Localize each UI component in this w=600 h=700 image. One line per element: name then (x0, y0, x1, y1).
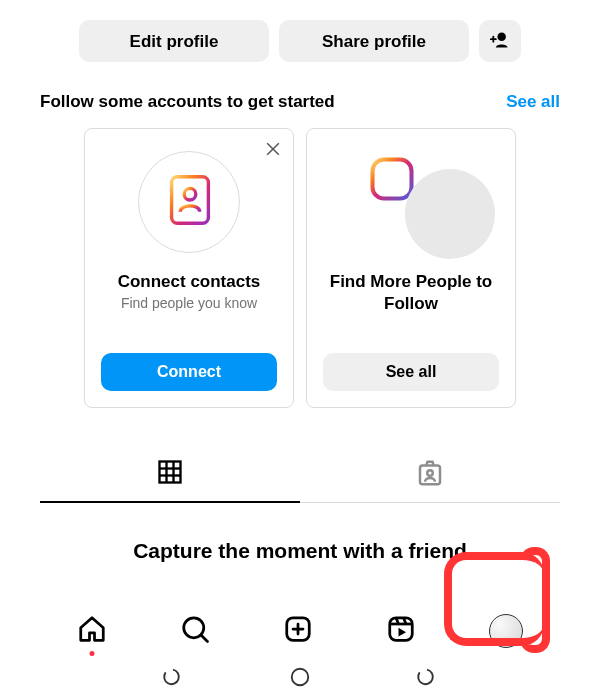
svg-point-18 (427, 470, 433, 476)
plus-square-icon (283, 614, 313, 648)
avatar-placeholder-icon (405, 169, 495, 259)
discover-section-title: Follow some accounts to get started (40, 92, 335, 112)
add-user-icon (490, 30, 510, 53)
search-icon (180, 614, 210, 648)
close-icon (263, 145, 283, 162)
instagram-icon-circle (360, 151, 462, 253)
share-profile-button[interactable]: Share profile (279, 20, 469, 62)
svg-rect-24 (390, 618, 413, 641)
contacts-icon-circle (138, 151, 240, 253)
svg-rect-12 (160, 462, 181, 483)
discover-people-button[interactable] (479, 20, 521, 62)
connect-contacts-card: Connect contacts Find people you know Co… (84, 128, 294, 408)
card-title: Find More People to Follow (323, 271, 499, 315)
close-card-button[interactable] (263, 139, 283, 163)
tagged-tab[interactable] (300, 448, 560, 502)
svg-point-28 (292, 669, 309, 686)
connect-button[interactable]: Connect (101, 353, 277, 391)
svg-rect-11 (373, 160, 412, 199)
reels-nav[interactable] (386, 614, 416, 648)
svg-line-20 (201, 635, 207, 641)
system-nav (0, 662, 600, 696)
card-subtitle: Find people you know (121, 295, 257, 311)
home-nav[interactable] (77, 614, 107, 648)
see-all-button[interactable]: See all (323, 353, 499, 391)
home-icon (77, 614, 107, 648)
system-recent-button[interactable] (162, 666, 184, 692)
system-back-button[interactable] (416, 666, 438, 692)
search-nav[interactable] (180, 614, 210, 648)
create-nav[interactable] (283, 614, 313, 648)
tagged-icon (415, 458, 445, 492)
find-people-card: Find More People to Follow See all (306, 128, 516, 408)
reels-icon (386, 614, 416, 648)
notification-dot-icon (89, 651, 94, 656)
capture-prompt-text: Capture the moment with a friend (40, 539, 560, 563)
card-title: Connect contacts (118, 271, 261, 293)
grid-tab[interactable] (40, 448, 300, 503)
grid-icon (156, 458, 184, 491)
see-all-link[interactable]: See all (506, 92, 560, 112)
profile-avatar-icon (489, 614, 523, 648)
edit-profile-button[interactable]: Edit profile (79, 20, 269, 62)
svg-point-6 (184, 188, 196, 200)
bottom-nav (0, 604, 600, 658)
back-icon (416, 674, 438, 691)
profile-nav[interactable] (489, 614, 523, 648)
recent-apps-icon (162, 674, 184, 691)
contacts-book-icon (158, 169, 220, 235)
svg-point-0 (498, 33, 505, 40)
circle-icon (289, 674, 311, 691)
system-home-button[interactable] (289, 666, 311, 692)
